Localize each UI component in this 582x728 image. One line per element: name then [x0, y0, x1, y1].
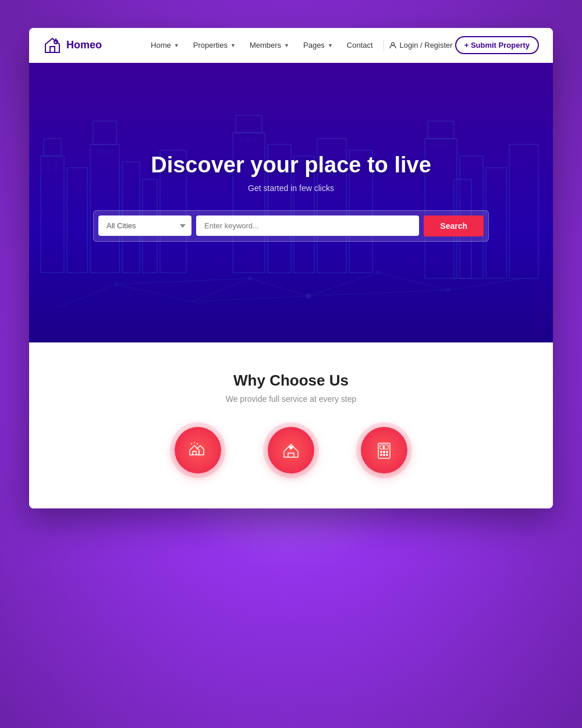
caret-icon: ▼ [230, 43, 236, 48]
hero-title: Discover your place to live [151, 153, 431, 178]
svg-line-43 [116, 278, 250, 284]
svg-line-45 [308, 290, 448, 296]
svg-line-38 [192, 278, 250, 302]
city-select[interactable]: All Cities New York Los Angeles Chicago … [98, 215, 191, 236]
svg-rect-32 [253, 139, 256, 142]
svg-rect-18 [428, 121, 454, 139]
houses-icon [186, 439, 210, 462]
nav-pages[interactable]: Pages ▼ [297, 37, 339, 53]
svg-rect-33 [431, 144, 434, 148]
svg-rect-34 [438, 144, 441, 148]
svg-point-61 [386, 454, 388, 455]
svg-rect-12 [236, 115, 262, 133]
svg-point-48 [306, 294, 311, 298]
home-brand-icon [43, 36, 62, 55]
search-button[interactable]: Search [424, 215, 484, 236]
feature-item-trusted [268, 427, 314, 473]
svg-line-52 [191, 443, 192, 444]
hero-subtitle: Get started in few clicks [248, 183, 334, 193]
svg-line-40 [308, 273, 378, 296]
why-choose-us-section: Why Choose Us We provide full service at… [29, 342, 553, 508]
svg-rect-31 [246, 139, 249, 142]
brand-logo[interactable]: Homeo [43, 36, 102, 55]
login-register-button[interactable]: Login / Register [389, 41, 453, 50]
svg-point-50 [446, 288, 450, 292]
heart-home-icon [279, 439, 303, 462]
svg-line-36 [58, 284, 116, 308]
svg-point-60 [384, 454, 385, 455]
why-subtitle: We provide full service at every step [52, 394, 530, 404]
svg-point-57 [384, 451, 385, 453]
svg-line-53 [197, 443, 198, 444]
svg-rect-30 [239, 139, 242, 142]
svg-text:$: $ [383, 446, 385, 449]
svg-point-47 [249, 277, 252, 280]
nav-home[interactable]: Home ▼ [145, 37, 185, 53]
svg-point-46 [115, 282, 118, 286]
nav-divider [384, 40, 384, 51]
svg-point-56 [381, 451, 382, 453]
svg-rect-21 [509, 144, 538, 278]
svg-rect-3 [41, 156, 64, 273]
svg-rect-27 [96, 150, 100, 154]
heart-home-icon-circle [268, 427, 314, 473]
svg-rect-29 [110, 150, 113, 154]
hero-section: Discover your place to live Get started … [29, 63, 553, 342]
svg-rect-23 [47, 162, 50, 165]
caret-icon: ▼ [328, 43, 333, 48]
city-skyline-bg [29, 63, 553, 342]
svg-point-58 [386, 451, 388, 453]
why-title: Why Choose Us [52, 372, 530, 390]
svg-line-41 [378, 273, 448, 290]
user-icon [389, 41, 397, 50]
svg-rect-28 [103, 150, 107, 154]
search-box: All Cities New York Los Angeles Chicago … [93, 210, 489, 242]
svg-rect-35 [445, 144, 448, 148]
nav-properties[interactable]: Properties ▼ [187, 37, 242, 53]
browser-window: Homeo Home ▼ Properties ▼ Members ▼ Page… [29, 28, 553, 508]
svg-rect-25 [47, 169, 50, 172]
svg-point-59 [381, 454, 382, 455]
svg-rect-24 [54, 162, 57, 165]
submit-property-button[interactable]: + Submit Property [455, 36, 539, 54]
feature-item-rates: $ [361, 427, 407, 473]
svg-rect-6 [90, 144, 119, 273]
svg-rect-7 [93, 121, 116, 144]
caret-icon: ▼ [284, 43, 289, 48]
nav-menu: Home ▼ Properties ▼ Members ▼ Pages ▼ Co… [145, 36, 539, 54]
houses-icon-circle [175, 427, 221, 473]
calculator-icon: $ [372, 439, 396, 462]
svg-line-39 [250, 278, 308, 296]
svg-point-49 [377, 271, 380, 274]
svg-line-42 [448, 278, 524, 290]
brand-name: Homeo [66, 39, 102, 51]
caret-icon: ▼ [174, 43, 179, 48]
nav-members[interactable]: Members ▼ [244, 37, 295, 53]
calculator-icon-circle: $ [361, 427, 407, 473]
svg-rect-20 [486, 168, 506, 278]
svg-line-37 [116, 284, 192, 302]
svg-rect-26 [54, 169, 57, 172]
svg-rect-0 [50, 47, 55, 52]
nav-contact[interactable]: Contact [341, 37, 379, 53]
keyword-input[interactable] [196, 215, 419, 236]
feature-item-properties [175, 427, 221, 473]
svg-rect-5 [67, 168, 87, 273]
why-features-list: $ [52, 427, 530, 473]
svg-rect-4 [44, 139, 61, 156]
svg-line-44 [192, 296, 308, 302]
navbar: Homeo Home ▼ Properties ▼ Members ▼ Page… [29, 28, 553, 63]
